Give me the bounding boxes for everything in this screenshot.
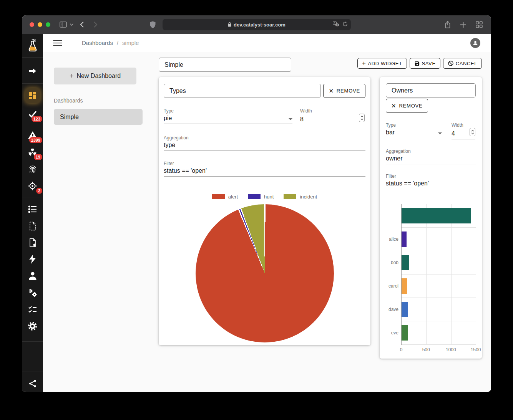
close-window-button[interactable] xyxy=(30,22,34,27)
tab-overview-icon[interactable] xyxy=(476,21,483,28)
widget-name-input[interactable] xyxy=(386,83,476,98)
share-icon[interactable] xyxy=(445,21,451,28)
dashboards-section-label: Dashboards xyxy=(54,98,154,104)
dashboards-panel: + New Dashboard Dashboards Simple xyxy=(43,52,154,392)
chart-type-select[interactable]: pie xyxy=(164,114,292,124)
x-tick-label: 500 xyxy=(422,347,430,352)
aggregation-input[interactable]: owner xyxy=(386,155,476,162)
x-tick-label: 0 xyxy=(400,347,403,352)
bar-category-label: eve xyxy=(386,321,401,344)
minimize-window-button[interactable] xyxy=(38,22,42,27)
widget-card-types: ✕ REMOVE Type pie xyxy=(159,77,370,345)
sidebar-item-playbooks-arrow-icon[interactable] xyxy=(22,63,43,79)
filter-input[interactable]: status == 'open' xyxy=(386,180,476,187)
type-label: Type xyxy=(164,108,292,114)
sidebar-item-incidents-radiation-icon[interactable]: 19 xyxy=(22,144,43,160)
sidebar-item-tickets-check-icon[interactable]: 123 xyxy=(22,106,43,122)
bar-chart-x-axis: 050010001500 xyxy=(401,347,476,356)
save-label: SAVE xyxy=(422,61,436,66)
type-value: pie xyxy=(164,115,172,122)
catalyst-logo-flask-icon[interactable] xyxy=(22,36,43,56)
bar-category-label xyxy=(386,204,401,227)
bar xyxy=(402,208,471,223)
dashboard-name-input[interactable] xyxy=(159,58,291,72)
sidebar-item-automations-bolt-icon[interactable] xyxy=(22,251,43,268)
breadcrumb-dashboards-link[interactable]: Dashboards xyxy=(82,40,113,46)
sidebar-item-tasks-checklist-icon[interactable] xyxy=(22,301,43,317)
forward-button[interactable] xyxy=(93,21,98,28)
bar-chart: alicebobcaroldaveeve xyxy=(386,204,476,345)
type-value: bar xyxy=(386,129,395,136)
filter-label: Filter xyxy=(164,161,365,166)
sidebar-item-report-file-gear-icon[interactable] xyxy=(22,234,43,251)
chevron-down-icon[interactable] xyxy=(70,23,74,26)
remove-label: REMOVE xyxy=(337,88,360,94)
sidebar-item-hunts-crosshair-icon[interactable]: 2 xyxy=(22,178,43,194)
browser-toolbar: dev.catalyst-soar.com A★ xyxy=(22,15,491,34)
privacy-shield-icon[interactable] xyxy=(150,21,156,28)
legend-item[interactable]: hunt xyxy=(248,194,274,200)
sidebar-item-dashboards-icon[interactable] xyxy=(22,87,43,104)
widget-card-owners: ✕ REMOVE Type bar xyxy=(380,77,482,359)
x-tick-label: 1000 xyxy=(446,347,456,352)
bar-row xyxy=(402,251,476,274)
legend-label: alert xyxy=(228,194,238,200)
menu-hamburger-icon[interactable] xyxy=(53,39,62,47)
sidebar-item-artifacts-fingerprint-icon[interactable] xyxy=(22,160,43,177)
remove-widget-button[interactable]: ✕ REMOVE xyxy=(386,99,428,113)
bar xyxy=(402,325,408,341)
x-tick-label: 1500 xyxy=(471,347,481,352)
bar-chart-labels: alicebobcaroldaveeve xyxy=(386,204,401,345)
alerts-badge: 1399 xyxy=(29,137,42,143)
sidebar-item-alerts-warning-icon[interactable]: 1399 xyxy=(22,127,43,144)
new-tab-icon[interactable] xyxy=(460,21,467,28)
save-button[interactable]: SAVE xyxy=(410,58,440,69)
sidebar-item-jobs-gears-icon[interactable] xyxy=(22,284,43,301)
legend-label: incident xyxy=(300,194,317,200)
user-avatar[interactable] xyxy=(470,38,480,48)
bar xyxy=(402,231,407,247)
filter-input[interactable]: status == 'open' xyxy=(164,167,365,174)
new-dashboard-button[interactable]: + New Dashboard xyxy=(54,68,136,84)
save-floppy-icon xyxy=(414,61,420,66)
remove-widget-button[interactable]: ✕ REMOVE xyxy=(323,84,365,98)
width-label: Width xyxy=(452,122,475,128)
back-button[interactable] xyxy=(80,21,84,28)
number-stepper[interactable] xyxy=(359,114,365,122)
address-bar[interactable]: dev.catalyst-soar.com A★ xyxy=(163,19,351,30)
tickets-badge: 123 xyxy=(32,116,42,122)
plus-icon: + xyxy=(362,60,366,67)
plus-icon: + xyxy=(70,72,74,80)
chart-type-select[interactable]: bar xyxy=(386,128,442,138)
widget-name-input[interactable] xyxy=(164,84,321,98)
dashboard-list-item-simple[interactable]: Simple xyxy=(54,109,143,125)
sidebar-item-settings-gear-icon[interactable] xyxy=(22,318,43,334)
bar-row xyxy=(402,321,476,345)
traffic-lights xyxy=(30,22,50,27)
sidebar-item-template-file-icon[interactable] xyxy=(22,218,43,234)
reload-icon[interactable] xyxy=(342,21,348,28)
number-stepper[interactable] xyxy=(470,128,475,136)
bar-row xyxy=(402,228,476,251)
aggregation-label: Aggregation xyxy=(386,149,476,154)
incidents-badge: 19 xyxy=(34,154,42,160)
aggregation-label: Aggregation xyxy=(164,135,365,141)
zoom-window-button[interactable] xyxy=(46,22,50,27)
bar-category-label: dave xyxy=(386,298,401,321)
aggregation-input[interactable]: type xyxy=(164,142,365,149)
bar xyxy=(402,278,407,294)
sidebar-toggle-icon[interactable] xyxy=(60,21,67,28)
breadcrumb: Dashboards / simple xyxy=(82,40,139,46)
breadcrumb-separator: / xyxy=(117,40,118,46)
cancel-button[interactable]: CANCEL xyxy=(443,58,482,69)
sidebar-item-list-icon[interactable] xyxy=(22,201,43,218)
new-dashboard-label: New Dashboard xyxy=(76,73,121,79)
share-graph-icon[interactable] xyxy=(22,375,43,392)
sidebar-item-users-person-icon[interactable] xyxy=(22,268,43,284)
bar-row xyxy=(402,298,476,321)
legend-item[interactable]: incident xyxy=(284,194,317,200)
translate-icon[interactable]: A★ xyxy=(333,21,339,28)
add-widget-button[interactable]: + ADD WIDGET xyxy=(357,58,407,69)
legend-item[interactable]: alert xyxy=(212,194,238,200)
bar-category-label: bob xyxy=(386,251,401,274)
